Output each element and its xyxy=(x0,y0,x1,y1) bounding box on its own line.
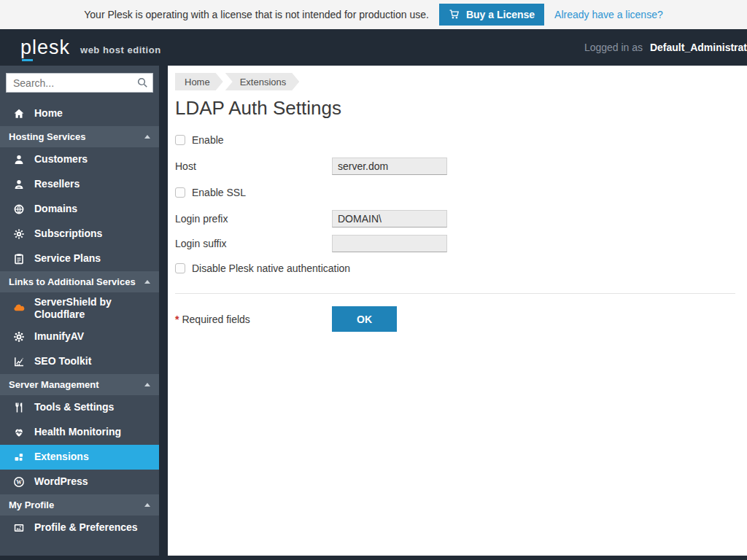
login-prefix-input[interactable] xyxy=(332,210,447,228)
svg-text:W: W xyxy=(16,479,22,486)
customer-icon xyxy=(13,154,25,166)
sidebar-item-seo-toolkit[interactable]: SEO Toolkit xyxy=(0,349,159,374)
search-input[interactable] xyxy=(6,73,153,93)
gear-icon xyxy=(13,228,25,240)
wordpress-icon: W xyxy=(13,476,25,488)
enable-ssl-row: Enable SSL xyxy=(175,187,735,198)
sidebar-section-additional-services[interactable]: Links to Additional Services xyxy=(0,271,159,292)
section-title: Server Management xyxy=(9,379,144,390)
license-banner: Your Plesk is operating with a license t… xyxy=(0,0,747,29)
already-have-license-link[interactable]: Already have a license? xyxy=(554,9,663,20)
enable-label: Enable xyxy=(192,134,224,146)
sidebar-item-label: Subscriptions xyxy=(34,228,152,241)
globe-icon xyxy=(13,203,25,215)
sidebar-item-label: ServerShield by Cloudflare xyxy=(34,296,152,322)
clipboard-icon xyxy=(13,253,25,265)
logged-in-as-label: Logged in as xyxy=(584,42,643,53)
breadcrumb: Home Extensions xyxy=(175,73,735,90)
form-footer: *Required fields OK xyxy=(175,306,735,332)
login-suffix-input[interactable] xyxy=(332,235,447,252)
sidebar-item-domains[interactable]: Domains xyxy=(0,197,159,222)
enable-ssl-label: Enable SSL xyxy=(192,187,246,198)
health-heart-icon xyxy=(13,427,25,438)
sidebar-item-label: Profile & Preferences xyxy=(34,521,152,534)
ldap-settings-form: Enable Host Enable SSL Login prefix Logi… xyxy=(175,134,735,332)
username[interactable]: Default_Administrat xyxy=(650,42,747,53)
tools-icon xyxy=(13,402,25,413)
sidebar-item-resellers[interactable]: Resellers xyxy=(0,172,159,197)
sidebar-item-home[interactable]: Home xyxy=(0,101,159,126)
sidebar-item-label: Resellers xyxy=(34,178,152,191)
breadcrumb-home[interactable]: Home xyxy=(175,73,223,90)
section-title: Hosting Services xyxy=(9,131,144,142)
sidebar-item-label: Tools & Settings xyxy=(34,401,152,414)
sidebar-item-label: Domains xyxy=(34,203,152,216)
profile-card-icon xyxy=(13,522,25,534)
license-message: Your Plesk is operating with a license t… xyxy=(84,9,429,20)
collapse-caret-icon xyxy=(144,280,150,284)
login-suffix-label: Login suffix xyxy=(175,238,332,249)
ok-button[interactable]: OK xyxy=(332,306,397,332)
sidebar-search xyxy=(6,73,153,93)
search-icon[interactable] xyxy=(136,77,149,89)
login-prefix-row: Login prefix xyxy=(175,210,735,228)
app-header: plesk web host edition Logged in as Defa… xyxy=(0,29,747,66)
buy-license-button[interactable]: Buy a License xyxy=(439,4,544,26)
sidebar-section-my-profile[interactable]: My Profile xyxy=(0,494,159,516)
breadcrumb-extensions[interactable]: Extensions xyxy=(225,73,300,90)
disable-native-row: Disable Plesk native authentication xyxy=(175,262,735,274)
disable-native-auth-checkbox[interactable] xyxy=(175,263,185,273)
sidebar-item-label: SEO Toolkit xyxy=(34,355,152,368)
page-title: LDAP Auth Settings xyxy=(175,97,735,120)
buy-license-label: Buy a License xyxy=(466,9,535,20)
form-divider xyxy=(175,293,735,294)
collapse-caret-icon xyxy=(144,503,150,507)
sidebar-item-subscriptions[interactable]: Subscriptions xyxy=(0,222,159,246)
sidebar-item-label: Extensions xyxy=(34,451,152,464)
sidebar-item-tools-settings[interactable]: Tools & Settings xyxy=(0,395,159,420)
sidebar-item-label: Service Plans xyxy=(34,252,152,265)
sidebar-item-label: Home xyxy=(34,107,152,120)
disable-native-auth-label: Disable Plesk native authentication xyxy=(192,262,350,274)
enable-row: Enable xyxy=(175,134,735,146)
sidebar-item-wordpress[interactable]: W WordPress xyxy=(0,470,159,494)
host-row: Host xyxy=(175,158,735,175)
section-title: Links to Additional Services xyxy=(9,276,144,287)
sidebar-item-extensions[interactable]: Extensions xyxy=(0,445,159,470)
sidebar-item-label: ImunifyAV xyxy=(34,330,152,343)
plesk-logo[interactable]: plesk xyxy=(20,38,70,58)
host-label: Host xyxy=(175,160,332,172)
home-icon xyxy=(13,108,25,120)
user-area: Logged in as Default_Administrat xyxy=(584,42,747,53)
enable-checkbox[interactable] xyxy=(175,135,185,145)
sidebar-item-customers[interactable]: Customers xyxy=(0,147,159,172)
section-title: My Profile xyxy=(9,499,144,510)
sidebar-item-label: Customers xyxy=(34,153,152,166)
sidebar-item-health-monitoring[interactable]: Health Monitoring xyxy=(0,420,159,445)
content-panel: Home Extensions LDAP Auth Settings Enabl… xyxy=(168,66,747,556)
collapse-caret-icon xyxy=(144,135,150,139)
sidebar-item-servershield[interactable]: ServerShield by Cloudflare xyxy=(0,292,159,324)
enable-ssl-checkbox[interactable] xyxy=(175,187,185,198)
required-fields-note: *Required fields xyxy=(175,314,332,325)
host-input[interactable] xyxy=(332,158,447,175)
sidebar-item-profile-preferences[interactable]: Profile & Preferences xyxy=(0,516,159,540)
sidebar-item-service-plans[interactable]: Service Plans xyxy=(0,246,159,271)
imunify-gear-icon xyxy=(13,331,25,343)
cloudflare-cloud-icon xyxy=(13,303,25,314)
reseller-icon xyxy=(13,179,25,190)
sidebar-item-label: Health Monitoring xyxy=(34,426,152,439)
sidebar-item-imunifyav[interactable]: ImunifyAV xyxy=(0,324,159,349)
sidebar-item-label: WordPress xyxy=(34,475,152,489)
extensions-blocks-icon xyxy=(13,451,25,463)
cart-icon xyxy=(449,9,460,20)
required-note-text: Required fields xyxy=(182,314,249,325)
sidebar-section-server-management[interactable]: Server Management xyxy=(0,374,159,395)
required-asterisk: * xyxy=(175,314,179,325)
sidebar: Home Hosting Services Customers Reseller… xyxy=(0,66,159,556)
collapse-caret-icon xyxy=(144,383,150,386)
edition-label: web host edition xyxy=(80,44,161,55)
seo-chart-icon xyxy=(13,356,25,368)
login-suffix-row: Login suffix xyxy=(175,235,735,252)
sidebar-section-hosting-services[interactable]: Hosting Services xyxy=(0,126,159,147)
